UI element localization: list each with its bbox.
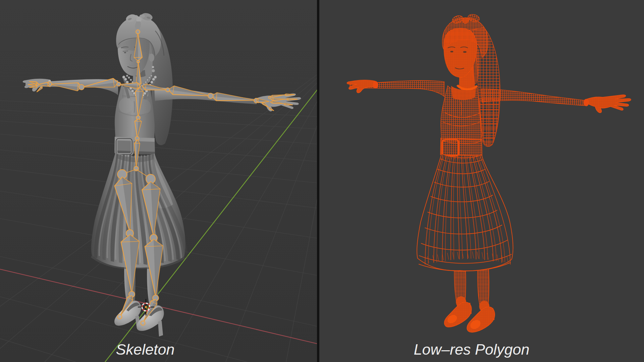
svg-text:Skeleton: Skeleton	[116, 341, 174, 358]
svg-text:Low–res Polygon: Low–res Polygon	[414, 341, 529, 358]
